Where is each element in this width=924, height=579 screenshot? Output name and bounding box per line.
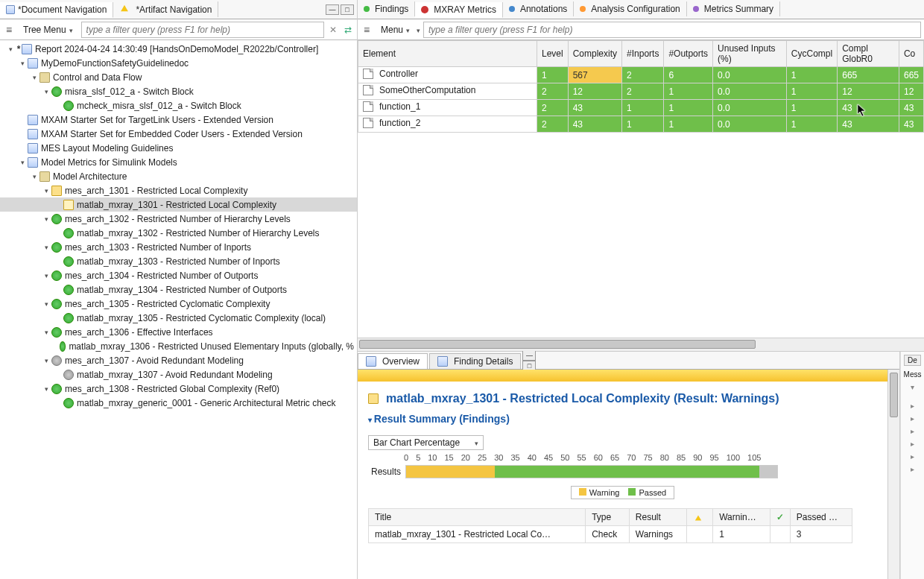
tree-node[interactable]: mcheck_misra_slsf_012_a - Switch Block (0, 98, 357, 113)
tree-node[interactable]: ▾mes_arch_1304 - Restricted Number of Ou… (0, 268, 357, 282)
tree-node[interactable]: ▾mes_arch_1308 - Restricted Global Compl… (0, 382, 357, 396)
tab-metrics-summary[interactable]: Metrics Summary (687, 1, 780, 16)
tree-node[interactable]: matlab_mxray_1301 - Restricted Local Com… (0, 197, 357, 212)
tab-mxray-metrics[interactable]: MXRAY Metrics (415, 2, 503, 18)
tree-node[interactable]: ▾mes_arch_1302 - Restricted Number of Hi… (0, 212, 357, 226)
column-header[interactable]: Unused Inputs (%) (713, 41, 787, 67)
link-icon[interactable]: ⇄ (342, 24, 354, 36)
column-header[interactable]: Complexity (568, 41, 621, 67)
expander-icon[interactable]: ▾ (42, 271, 51, 280)
section-header[interactable]: Result Summary (Findings) (368, 413, 877, 425)
column-header[interactable]: Type (586, 509, 630, 526)
tree-node[interactable]: ▾misra_slsf_012_a - Switch Block (0, 84, 357, 98)
tab-analysis-configuration[interactable]: Analysis Configuration (574, 1, 686, 16)
column-header[interactable]: Element (358, 41, 537, 67)
expander-icon[interactable] (54, 342, 59, 351)
column-header[interactable]: Result (629, 509, 686, 526)
left-filter-input[interactable] (81, 22, 324, 38)
column-header[interactable]: Warnin… (713, 509, 770, 526)
expander-icon[interactable]: ▾ (42, 243, 51, 252)
expander-icon[interactable]: ▾ (42, 385, 51, 393)
expander-icon[interactable]: ▾ (42, 215, 51, 224)
tree-node[interactable]: ▾*Report 2024-04-24 14:30:49 [HandsOnDem… (0, 42, 357, 56)
tree-node[interactable]: ▾Model Metrics for Simulink Models (0, 155, 357, 169)
column-header[interactable]: #Outports (664, 41, 713, 67)
result-table[interactable]: TitleTypeResultWarnin…✓Passed … matlab_m… (368, 508, 852, 543)
right-filter-input[interactable] (423, 22, 921, 38)
hamburger-icon[interactable] (3, 24, 15, 36)
minimize-button[interactable]: — (522, 350, 536, 361)
expander-icon[interactable]: ▾ (30, 73, 39, 82)
expander-icon[interactable] (54, 257, 63, 266)
clear-filter-icon[interactable]: ✕ (327, 24, 339, 36)
expander-icon[interactable]: ▾ (42, 87, 51, 96)
tab-overview[interactable]: Overview (358, 353, 428, 369)
expander-icon[interactable]: ▾ (42, 300, 51, 309)
column-header[interactable]: ✓ (770, 509, 790, 526)
column-header[interactable]: Title (369, 509, 586, 526)
expander-icon[interactable]: ▾ (18, 158, 27, 167)
column-header[interactable]: Compl GlobR0 (838, 41, 899, 67)
expander-icon[interactable] (54, 370, 63, 379)
tree-node[interactable]: MXAM Starter Set for TargetLink Users - … (0, 113, 357, 127)
chevron-down-icon[interactable] (417, 25, 420, 35)
tree-node[interactable]: matlab_mxray_1306 - Restricted Unused El… (0, 339, 357, 353)
tree-node[interactable]: matlab_mxray_1304 - Restricted Number of… (0, 282, 357, 297)
column-header[interactable]: Co (899, 41, 923, 67)
tree-node[interactable]: matlab_mxray_1302 - Restricted Number of… (0, 226, 357, 240)
tree-node[interactable]: MXAM Starter Set for Embedded Coder User… (0, 127, 357, 141)
expander-icon[interactable]: ▾ (42, 328, 51, 337)
column-header[interactable]: CycCompl (786, 41, 837, 67)
tree-node[interactable]: MES Layout Modeling Guidelines (0, 141, 357, 155)
expander-icon[interactable] (18, 144, 27, 153)
tree-node[interactable]: matlab_mxray_1305 - Restricted Cyclomati… (0, 311, 357, 325)
chevron-right-icon[interactable]: ▸ (911, 414, 914, 423)
expander-icon[interactable] (54, 399, 63, 408)
tree-node[interactable]: matlab_mxray_1303 - Restricted Number of… (0, 254, 357, 268)
metrics-table[interactable]: ElementLevelComplexity#Inports#OutportsU… (358, 40, 924, 133)
chevron-right-icon[interactable]: ▸ (911, 402, 914, 410)
minimize-button[interactable]: — (326, 4, 339, 15)
chevron-right-icon[interactable]: ▸ (911, 427, 914, 435)
tab-annotations[interactable]: Annotations (503, 1, 574, 16)
expander-icon[interactable] (54, 101, 63, 110)
expander-icon[interactable]: ▾ (42, 186, 51, 195)
tree-node[interactable]: matlab_mxray_1307 - Avoid Redundant Mode… (0, 367, 357, 382)
table-row[interactable]: Controller1567260.01665665 (358, 67, 924, 83)
expander-icon[interactable] (18, 130, 27, 139)
expander-icon[interactable] (54, 285, 63, 294)
chevron-down-icon[interactable]: ▾ (911, 383, 914, 391)
vertical-scrollbar[interactable] (887, 370, 899, 579)
expander-icon[interactable]: ▾ (30, 172, 39, 181)
tree-node[interactable]: matlab_mxray_generic_0001 - Generic Arch… (0, 396, 357, 410)
tree-node[interactable]: ▾MyDemoFunctionSafetyGuidelinedoc (0, 56, 357, 70)
tab--artifact-navigation[interactable]: *Artifact Navigation (113, 1, 218, 17)
column-header[interactable] (687, 509, 713, 526)
tree-node[interactable]: ▾mes_arch_1301 - Restricted Local Comple… (0, 183, 357, 197)
tree-node[interactable]: ▾mes_arch_1303 - Restricted Number of In… (0, 240, 357, 254)
expander-icon[interactable] (54, 200, 63, 209)
hamburger-icon[interactable] (361, 24, 373, 36)
table-row[interactable]: function_1243110.014343 (358, 100, 924, 116)
side-tab[interactable]: De (904, 355, 921, 366)
expander-icon[interactable] (54, 229, 63, 238)
chevron-right-icon[interactable]: ▸ (911, 452, 914, 461)
chart-type-combo[interactable]: Bar Chart Percentage (368, 435, 484, 450)
tree-node[interactable]: ▾mes_arch_1306 - Effective Interfaces (0, 325, 357, 339)
table-row[interactable]: SomeOtherComputation212210.011212 (358, 83, 924, 100)
tree-node[interactable]: ▾Control and Data Flow (0, 70, 357, 84)
expander-icon[interactable]: ▾ (42, 356, 51, 365)
navigation-tree[interactable]: ▾*Report 2024-04-24 14:30:49 [HandsOnDem… (0, 40, 357, 579)
column-header[interactable]: #Inports (622, 41, 664, 67)
tab-finding-details[interactable]: Finding Details (429, 353, 521, 369)
expander-icon[interactable] (18, 116, 27, 124)
tree-node[interactable]: ▾mes_arch_1307 - Avoid Redundant Modelin… (0, 353, 357, 367)
tree-node[interactable]: ▾Model Architecture (0, 169, 357, 183)
horizontal-scrollbar[interactable] (358, 338, 924, 351)
expander-icon[interactable]: ▾ (6, 45, 15, 54)
tab-findings[interactable]: Findings (358, 1, 415, 16)
maximize-button[interactable]: □ (341, 4, 354, 15)
tab--document-navigation[interactable]: *Document Navigation (0, 2, 113, 18)
table-row[interactable]: function_2243110.014343 (358, 116, 924, 133)
column-header[interactable]: Passed … (790, 509, 852, 526)
